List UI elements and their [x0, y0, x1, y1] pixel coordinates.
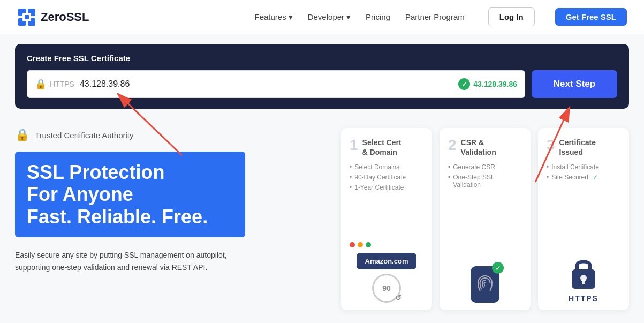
amazon-label: Amazon.com — [357, 253, 417, 269]
step-number-3: 3 — [547, 138, 555, 153]
svg-rect-8 — [582, 279, 585, 284]
step-title-3: CertificateIssued — [559, 138, 596, 157]
phone-icon: ✓ — [471, 266, 499, 303]
step-card-2-header: 2 CSR &Validation — [448, 138, 522, 157]
left-column: 🔒 Trusted Certificate Authority SSL Prot… — [15, 128, 341, 273]
dot-yellow — [358, 242, 363, 247]
domain-input[interactable] — [80, 79, 458, 89]
hero-banner: Create Free SSL Certificate 🔒 HTTPS ✓ 43… — [15, 44, 629, 109]
banner-title: Create Free SSL Certificate — [27, 54, 617, 63]
nav-features[interactable]: Features ▾ — [254, 12, 292, 22]
nav-partner[interactable]: Partner Program — [405, 12, 465, 21]
step-title-1: Select Cert& Domain — [362, 138, 401, 157]
step-bullets-3: Install Certificate Site Secured ✓ — [547, 163, 620, 181]
step-bullet: Install Certificate — [547, 163, 620, 171]
hero-headline: SSL Protection For Anyone Fast. Reliable… — [15, 152, 245, 237]
site-secured-check-icon: ✓ — [593, 174, 598, 181]
logo-link[interactable]: ZeroSSL — [17, 7, 89, 27]
step-card-3: 3 CertificateIssued Install Certificate … — [538, 128, 629, 310]
trusted-label: Trusted Certificate Authority — [35, 131, 134, 140]
step-bullet: Site Secured ✓ — [547, 174, 620, 181]
phone-check-icon: ✓ — [492, 262, 504, 274]
validated-check-icon: ✓ — [458, 78, 470, 90]
step-bullets-1: Select Domains 90-Day Certificate 1-Year… — [350, 163, 423, 191]
step-number-1: 1 — [350, 138, 358, 153]
https-label-card: HTTPS — [569, 294, 598, 303]
headline-line2: For Anyone — [27, 183, 233, 205]
logo-text: ZeroSSL — [41, 10, 89, 24]
svg-rect-5 — [25, 15, 29, 19]
login-button[interactable]: Log In — [488, 7, 535, 26]
right-cards: 1 Select Cert& Domain Select Domains 90-… — [341, 128, 629, 310]
get-free-ssl-button[interactable]: Get Free SSL — [555, 8, 627, 26]
step-card-1-header: 1 Select Cert& Domain — [350, 138, 423, 157]
step-bullets-2: Generate CSR One-Step SSL Validation — [448, 163, 522, 189]
step-number-2: 2 — [448, 138, 457, 153]
card2-illustration: ✓ — [448, 266, 522, 303]
trusted-row: 🔒 Trusted Certificate Authority — [15, 128, 325, 142]
step-bullet: 1-Year Certificate — [350, 184, 423, 191]
ssl-input-wrapper: 🔒 HTTPS ✓ 43.128.39.86 — [27, 70, 525, 98]
step-bullet: Generate CSR — [448, 163, 522, 171]
card3-illustration: HTTPS — [547, 254, 620, 303]
card1-illustration: Amazon.com 90 ↺ — [350, 242, 423, 303]
hero-subtext: Easily secure any site by putting SSL ma… — [15, 249, 245, 273]
trusted-lock-icon: 🔒 — [15, 128, 29, 142]
chevron-down-icon: ▾ — [346, 12, 351, 22]
main-content: 🔒 Trusted Certificate Authority SSL Prot… — [0, 118, 644, 316]
dot-green — [366, 242, 371, 247]
validated-text: 43.128.39.86 — [473, 80, 517, 88]
step-card-1: 1 Select Cert& Domain Select Domains 90-… — [341, 128, 432, 310]
next-step-button[interactable]: Next Step — [532, 70, 617, 98]
nav-developer[interactable]: Developer ▾ — [308, 12, 351, 22]
days-circle: 90 ↺ — [372, 274, 401, 303]
step-bullet: Select Domains — [350, 163, 423, 171]
step-card-3-header: 3 CertificateIssued — [547, 138, 620, 157]
step-title-2: CSR &Validation — [461, 138, 496, 157]
step-bullet: 90-Day Certificate — [350, 174, 423, 181]
browser-dots — [350, 242, 371, 247]
headline-line3: Fast. Reliable. Free. — [27, 206, 233, 228]
https-lock-icon — [567, 254, 600, 292]
ssl-input-row: 🔒 HTTPS ✓ 43.128.39.86 Next Step — [27, 70, 617, 98]
step-bullet: One-Step SSL Validation — [448, 174, 522, 189]
refresh-icon: ↺ — [395, 294, 401, 302]
navbar: ZeroSSL Features ▾ Developer ▾ Pricing P… — [0, 0, 644, 34]
logo-icon — [17, 7, 36, 27]
nav-links: Features ▾ Developer ▾ Pricing Partner P… — [254, 7, 627, 26]
nav-pricing[interactable]: Pricing — [366, 12, 390, 21]
chevron-down-icon: ▾ — [289, 12, 293, 22]
dot-red — [350, 242, 355, 247]
lock-icon: 🔒 — [35, 78, 47, 90]
headline-line1: SSL Protection — [27, 161, 233, 183]
step-card-2: 2 CSR &Validation Generate CSR One-Step … — [440, 128, 531, 310]
https-label: HTTPS — [50, 80, 74, 88]
fingerprint-icon — [476, 274, 494, 295]
ssl-validated: ✓ 43.128.39.86 — [458, 78, 517, 90]
